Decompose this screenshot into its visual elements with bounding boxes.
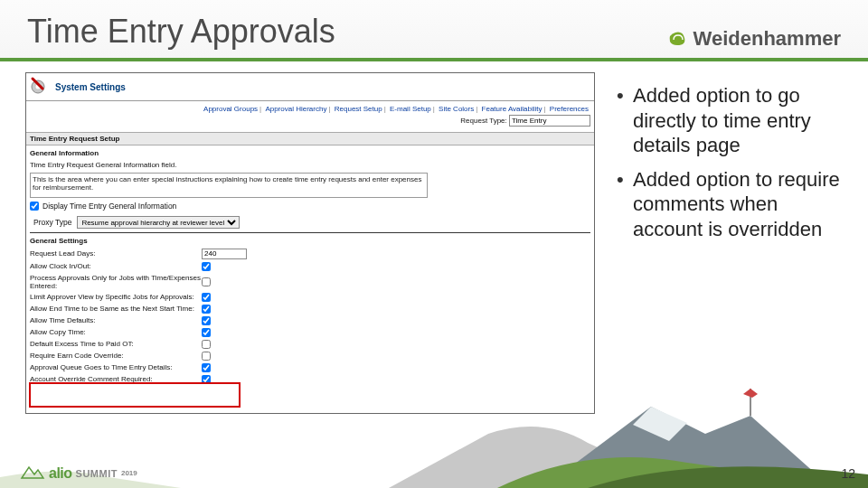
system-settings-title: System Settings <box>55 82 126 92</box>
highlight-box <box>29 382 241 408</box>
tab-links: Approval Groups| Approval Hierarchy| Req… <box>26 101 594 113</box>
setting-checkbox[interactable] <box>202 293 211 302</box>
setting-row: Allow Time Defaults: <box>26 314 594 326</box>
general-info-textarea[interactable]: This is the area where you can enter spe… <box>30 173 428 198</box>
setting-label: Allow Copy Time: <box>30 328 202 336</box>
setting-label: Request Lead Days: <box>30 249 202 258</box>
general-settings-list: Request Lead Days:Allow Clock In/Out:Pro… <box>26 247 594 385</box>
section-general-information: General Information <box>26 145 594 159</box>
setting-row: Approval Queue Goes to Time Entry Detail… <box>26 361 594 373</box>
proxy-type-label: Proxy Type <box>33 218 71 227</box>
logo-year: 2019 <box>121 469 137 477</box>
setting-row: Allow Copy Time: <box>26 326 594 338</box>
tab-email-setup[interactable]: E-mail Setup <box>390 105 431 113</box>
tab-preferences[interactable]: Preferences <box>550 105 589 113</box>
mountain-icon <box>20 464 45 483</box>
request-type-row: Request Type: <box>26 113 594 130</box>
system-settings-header: System Settings <box>26 73 594 101</box>
proxy-type-select[interactable]: Resume approval hierarchy at reviewer le… <box>77 216 240 229</box>
setting-label: Default Excess Time to Paid OT: <box>30 340 202 348</box>
setting-checkbox[interactable] <box>202 375 211 384</box>
general-info-fieldlabel: Time Entry Request General Information f… <box>26 159 594 171</box>
tab-approval-hierarchy[interactable]: Approval Hierarchy <box>265 105 326 113</box>
setting-label: Limit Approver View by Specific Jobs for… <box>30 293 202 301</box>
setting-label: Account Override Comment Required: <box>30 375 202 383</box>
tab-feature-availability[interactable]: Feature Availability <box>482 105 542 113</box>
display-general-info-label: Display Time Entry General Information <box>42 202 176 211</box>
setting-checkbox[interactable] <box>202 262 211 271</box>
setting-checkbox[interactable] <box>202 340 211 349</box>
section-general-settings: General Settings <box>26 233 594 247</box>
setting-label: Approval Queue Goes to Time Entry Detail… <box>30 363 202 371</box>
bullet-list: Added option to go directly to time entr… <box>613 72 850 414</box>
page-number: 12 <box>841 466 855 481</box>
setting-checkbox[interactable] <box>202 363 211 372</box>
setting-label: Allow Clock In/Out: <box>30 262 202 270</box>
display-general-info-checkbox[interactable] <box>30 202 39 211</box>
brand-logo: Weidenhammer <box>666 27 841 51</box>
setting-row: Allow End Time to be Same as the Next St… <box>26 303 594 314</box>
logo-summit: summit <box>76 468 118 479</box>
setting-label: Require Earn Code Override: <box>30 352 202 360</box>
setting-checkbox[interactable] <box>202 352 211 361</box>
brand-swirl-icon <box>666 29 688 49</box>
alio-summit-logo: alio summit 2019 <box>20 464 137 483</box>
tab-site-colors[interactable]: Site Colors <box>439 105 474 113</box>
setting-row: Allow Clock In/Out: <box>26 260 594 272</box>
gear-icon <box>30 76 50 98</box>
slide-header: Time Entry Approvals Weidenhammer <box>0 0 868 61</box>
display-general-info-row: Display Time Entry General Information <box>26 200 594 212</box>
tab-approval-groups[interactable]: Approval Groups <box>203 105 258 113</box>
setting-row: Require Earn Code Override: <box>26 350 594 361</box>
setting-label: Allow Time Defaults: <box>30 316 202 324</box>
setting-row: Default Excess Time to Paid OT: <box>26 338 594 350</box>
tab-request-setup[interactable]: Request Setup <box>335 105 382 113</box>
setting-checkbox[interactable] <box>202 316 211 325</box>
request-type-input[interactable] <box>509 115 590 127</box>
setting-row: Process Approvals Only for Jobs with Tim… <box>26 272 594 291</box>
setting-row: Account Override Comment Required: <box>26 373 594 385</box>
bullet-item: Added option to require comments when ac… <box>613 167 850 242</box>
setting-row: Limit Approver View by Specific Jobs for… <box>26 291 594 303</box>
setting-checkbox[interactable] <box>202 328 211 337</box>
setting-text-input[interactable] <box>202 249 247 259</box>
brand-text: Weidenhammer <box>693 27 841 51</box>
setting-row: Request Lead Days: <box>26 247 594 260</box>
logo-alio: alio <box>49 465 72 482</box>
slide-title: Time Entry Approvals <box>27 13 335 51</box>
slide-body: System Settings Approval Groups| Approva… <box>0 61 868 414</box>
bullet-item: Added option to go directly to time entr… <box>613 83 850 158</box>
app-screenshot: System Settings Approval Groups| Approva… <box>25 72 595 414</box>
proxy-type-row: Proxy Type Resume approval hierarchy at … <box>30 214 590 233</box>
setting-checkbox[interactable] <box>202 305 211 314</box>
section-time-entry-request-setup: Time Entry Request Setup <box>26 132 594 145</box>
request-type-label: Request Type: <box>460 117 506 125</box>
setting-label: Process Approvals Only for Jobs with Tim… <box>30 274 202 290</box>
setting-checkbox[interactable] <box>202 277 211 286</box>
setting-label: Allow End Time to be Same as the Next St… <box>30 305 202 313</box>
